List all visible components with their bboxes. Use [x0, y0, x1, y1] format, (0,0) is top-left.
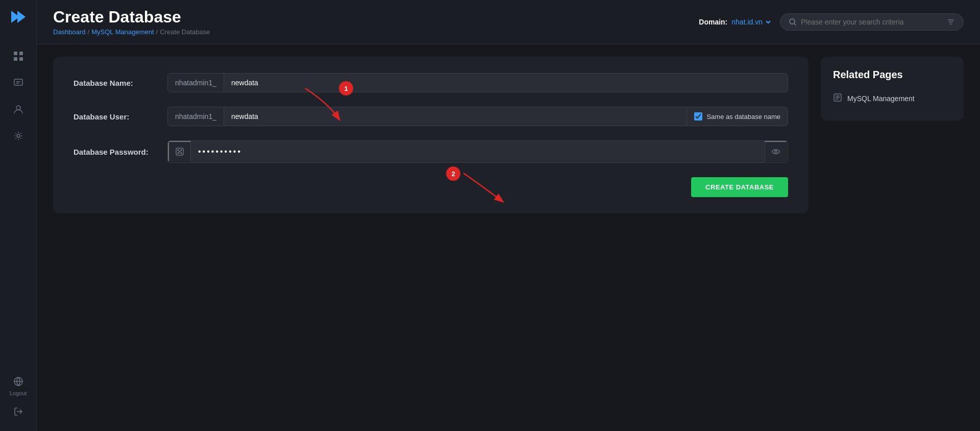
- main-content: Create Database Dashboard / MySQL Manage…: [37, 0, 980, 431]
- same-as-db-name-container: Same as database name: [687, 107, 788, 126]
- svg-rect-2: [14, 52, 17, 55]
- sidebar-item-messages[interactable]: [7, 71, 30, 94]
- search-input[interactable]: [801, 18, 943, 26]
- related-item-mysql-label: MySQL Management: [847, 94, 915, 103]
- header-left: Create Database Dashboard / MySQL Manage…: [53, 8, 210, 36]
- svg-rect-3: [19, 52, 23, 55]
- domain-value[interactable]: nhat.id.vn: [731, 18, 772, 26]
- breadcrumb-parent[interactable]: MySQL Management: [91, 28, 154, 36]
- db-pass-row: Database Password:: [74, 140, 788, 163]
- db-name-input[interactable]: [224, 74, 788, 92]
- svg-rect-6: [14, 79, 22, 85]
- svg-point-21: [775, 151, 777, 153]
- logo[interactable]: [8, 8, 29, 29]
- related-item-mysql[interactable]: MySQL Management: [833, 89, 951, 108]
- db-pass-label: Database Password:: [74, 148, 155, 156]
- sidebar: Logout: [0, 0, 37, 431]
- dice-icon: [175, 147, 184, 156]
- password-generate-button[interactable]: [168, 141, 191, 162]
- db-user-label: Database User:: [74, 112, 155, 121]
- db-pass-container: [167, 140, 788, 163]
- db-name-row: Database Name: nhatadmin1_: [74, 73, 788, 92]
- content-wrapper: Database Name: nhatadmin1_ Database User…: [53, 57, 964, 419]
- form-container: Database Name: nhatadmin1_ Database User…: [53, 57, 808, 419]
- search-icon: [789, 18, 797, 26]
- search-bar[interactable]: [780, 13, 964, 31]
- svg-rect-4: [14, 57, 17, 61]
- db-name-label: Database Name:: [74, 79, 155, 87]
- header: Create Database Dashboard / MySQL Manage…: [37, 0, 980, 44]
- db-user-row: Database User: nhatadmin1_ Same as datab…: [74, 107, 788, 126]
- db-user-prefix: nhatadmin1_: [168, 107, 224, 126]
- svg-point-7: [16, 106, 20, 110]
- sidebar-item-apps[interactable]: [7, 45, 30, 67]
- breadcrumb-sep-1: /: [88, 28, 90, 36]
- breadcrumb-sep-2: /: [156, 28, 158, 36]
- same-as-db-name-label: Same as database name: [706, 113, 780, 121]
- domain-label: Domain:: [699, 18, 727, 26]
- sidebar-item-user[interactable]: [7, 98, 30, 121]
- svg-point-10: [790, 19, 795, 24]
- db-user-fields: nhatadmin1_ Same as database name: [167, 107, 788, 126]
- sidebar-item-settings[interactable]: [7, 125, 30, 147]
- language-label: Logout: [10, 390, 27, 396]
- db-user-input[interactable]: [224, 107, 687, 126]
- globe-icon: [13, 376, 23, 389]
- db-name-fields: nhatadmin1_: [167, 73, 788, 92]
- db-pass-input[interactable]: [191, 142, 765, 161]
- domain-selector: Domain: nhat.id.vn: [699, 18, 772, 26]
- related-panel: Related Pages MySQL Management: [821, 57, 964, 419]
- sidebar-bottom: Logout: [7, 376, 30, 423]
- svg-point-15: [178, 150, 179, 151]
- eye-icon: [771, 147, 780, 156]
- svg-point-19: [179, 151, 180, 152]
- button-row: CREATE DATABASE: [74, 177, 788, 197]
- breadcrumb: Dashboard / MySQL Management / Create Da…: [53, 28, 210, 36]
- sidebar-language[interactable]: Logout: [10, 376, 27, 396]
- show-password-button[interactable]: [765, 141, 788, 162]
- content: Database Name: nhatadmin1_ Database User…: [37, 44, 980, 431]
- svg-rect-5: [19, 57, 23, 61]
- chevron-down-icon: [765, 18, 772, 26]
- db-name-prefix: nhatadmin1_: [168, 74, 224, 92]
- svg-point-18: [181, 153, 182, 154]
- svg-marker-1: [17, 11, 26, 23]
- svg-point-17: [178, 153, 179, 154]
- filter-icon[interactable]: [947, 18, 955, 26]
- create-database-button[interactable]: CREATE DATABASE: [691, 177, 788, 197]
- sidebar-nav: [7, 45, 30, 376]
- svg-point-8: [17, 134, 20, 137]
- sidebar-logout[interactable]: [7, 400, 30, 423]
- mysql-icon: [833, 93, 842, 104]
- breadcrumb-home[interactable]: Dashboard: [53, 28, 86, 36]
- domain-text: nhat.id.vn: [731, 18, 763, 26]
- breadcrumb-current: Create Database: [160, 28, 210, 36]
- page-title: Create Database: [53, 8, 210, 26]
- svg-point-20: [772, 150, 779, 154]
- related-title: Related Pages: [833, 69, 951, 81]
- form-card: Database Name: nhatadmin1_ Database User…: [53, 57, 808, 213]
- header-right: Domain: nhat.id.vn: [699, 13, 964, 31]
- same-as-db-name-checkbox[interactable]: [694, 112, 702, 121]
- related-card: Related Pages MySQL Management: [821, 57, 964, 121]
- logo-icon: [9, 8, 28, 30]
- svg-point-16: [181, 150, 182, 151]
